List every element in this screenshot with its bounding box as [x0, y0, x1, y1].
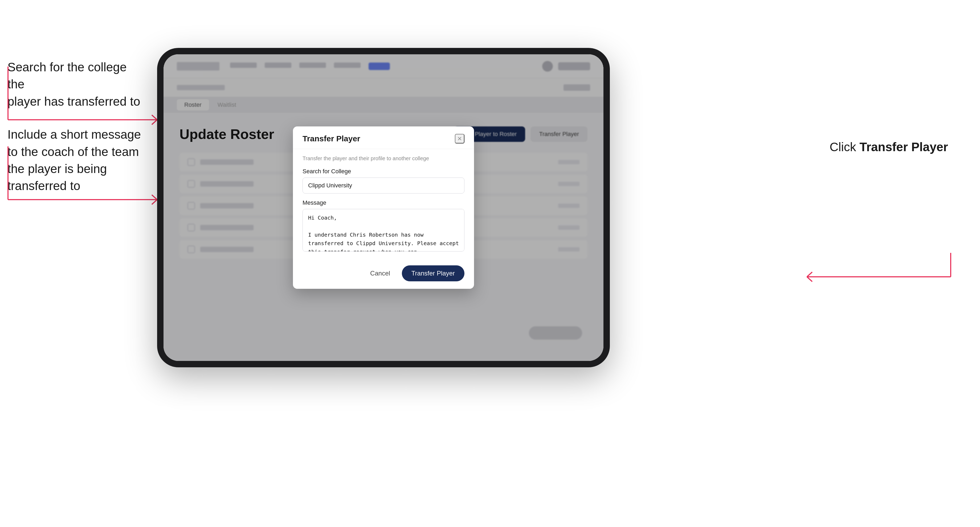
svg-line-6	[152, 195, 157, 200]
svg-line-2	[152, 120, 157, 125]
tablet-frame: Roster Waitlist Update Roster Add Player…	[157, 48, 610, 367]
modal-overlay: Transfer Player × Transfer the player an…	[164, 54, 603, 361]
modal-title: Transfer Player	[302, 134, 360, 143]
tablet-screen: Roster Waitlist Update Roster Add Player…	[164, 54, 603, 361]
search-college-input[interactable]	[302, 178, 465, 194]
svg-line-10	[807, 272, 812, 277]
app-background: Roster Waitlist Update Roster Add Player…	[164, 54, 603, 361]
search-college-label: Search for College	[302, 168, 465, 175]
message-label: Message	[302, 199, 465, 206]
message-textarea[interactable]	[302, 209, 465, 252]
svg-line-11	[807, 277, 812, 282]
modal-header: Transfer Player ×	[293, 126, 474, 149]
cancel-button[interactable]: Cancel	[364, 266, 396, 281]
modal-body: Transfer the player and their profile to…	[293, 149, 474, 260]
annotation-left: Search for the college the player has tr…	[8, 59, 146, 211]
annotation-search-text: Search for the college the player has tr…	[8, 59, 146, 110]
transfer-player-button[interactable]: Transfer Player	[402, 265, 465, 281]
svg-line-1	[152, 115, 157, 120]
annotation-message-text: Include a short message to the coach of …	[8, 126, 146, 195]
modal-close-button[interactable]: ×	[455, 134, 465, 143]
modal-footer: Cancel Transfer Player	[293, 260, 474, 289]
svg-line-7	[152, 200, 157, 205]
arrow-transfer-btn	[799, 240, 959, 293]
annotation-right: Click Transfer Player	[829, 138, 948, 171]
modal-subtitle: Transfer the player and their profile to…	[302, 156, 465, 162]
annotation-click-text: Click Transfer Player	[829, 138, 948, 156]
transfer-player-modal: Transfer Player × Transfer the player an…	[293, 126, 474, 289]
